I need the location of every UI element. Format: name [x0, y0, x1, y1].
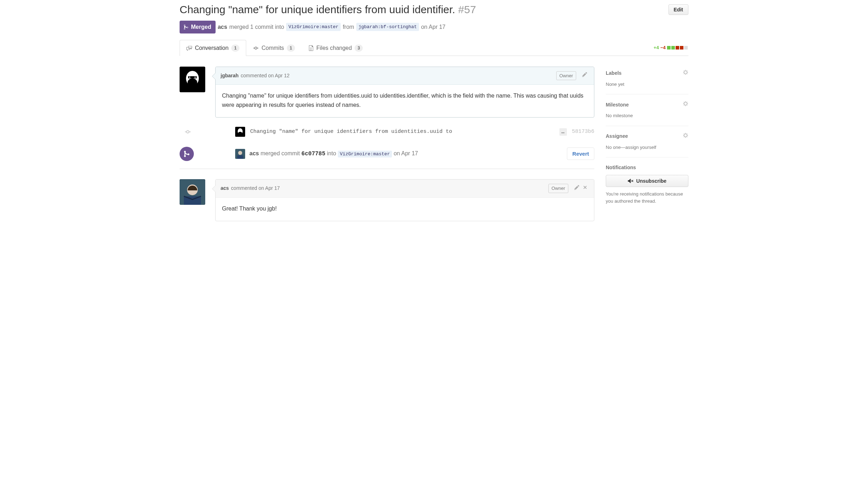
svg-point-8 — [238, 132, 242, 135]
sidebar-labels-value: None yet — [606, 81, 688, 88]
merge-event-into: into — [327, 150, 336, 156]
milestone-gear-icon[interactable] — [683, 101, 688, 109]
sidebar: Labels None yet Milestone No milestone — [606, 67, 688, 215]
sidebar-milestone: Milestone No milestone — [606, 98, 688, 126]
mute-icon — [628, 178, 634, 184]
svg-rect-11 — [237, 155, 243, 159]
x-icon — [583, 185, 588, 190]
comment-author[interactable]: acs — [221, 185, 229, 192]
head-branch-ref[interactable]: jgbarah:bf-sortinghat — [356, 23, 419, 31]
edit-comment-icon[interactable] — [580, 72, 589, 79]
delete-comment-icon[interactable] — [581, 185, 589, 192]
comment-acs: acs commented on Apr 17 Owner Great! Tha… — [180, 179, 594, 221]
comment-discussion-icon — [186, 45, 192, 51]
commit-dot-icon — [185, 129, 191, 135]
commit-message[interactable]: Changing "name" for unique identifiers f… — [250, 128, 554, 136]
commit-author-avatar[interactable] — [235, 127, 245, 137]
merge-middle: from — [343, 23, 354, 31]
sidebar-labels-title: Labels — [606, 69, 621, 77]
merge-prefix: merged 1 commit into — [229, 23, 284, 31]
merge-event: acs merged commit 6c07785 into VizGrimoi… — [180, 147, 594, 160]
diff-additions: +4 — [653, 44, 659, 51]
comment-body: Changing "name" for unique identifiers f… — [216, 85, 594, 117]
unsubscribe-button[interactable]: Unsubscribe — [606, 175, 688, 187]
sidebar-assignee-value[interactable]: No one—assign yourself — [606, 144, 688, 151]
owner-badge: Owner — [556, 71, 576, 80]
comment-header: acs commented on Apr 17 Owner — [216, 180, 594, 198]
state-badge-text: Merged — [191, 23, 211, 31]
merge-event-icon — [180, 147, 194, 161]
sidebar-labels: Labels None yet — [606, 67, 688, 95]
tab-files-count: 3 — [355, 45, 363, 52]
diff-blocks — [667, 46, 688, 50]
edit-button[interactable]: Edit — [668, 4, 688, 15]
owner-badge: Owner — [548, 184, 568, 193]
merge-status-line: Merged acs merged 1 commit into VizGrimo… — [180, 21, 688, 33]
edit-comment-icon[interactable] — [573, 185, 581, 192]
comment-when: commented on Apr 12 — [241, 72, 290, 79]
diff-deletions: −4 — [660, 44, 666, 51]
labels-gear-icon[interactable] — [683, 69, 688, 77]
merge-event-actor[interactable]: acs — [249, 150, 259, 156]
tab-conversation[interactable]: Conversation 1 — [180, 40, 246, 56]
unsubscribe-label: Unsubscribe — [636, 178, 667, 184]
svg-point-2 — [188, 78, 197, 87]
git-merge-icon — [183, 24, 189, 30]
commit-row: Changing "name" for unique identifiers f… — [180, 127, 594, 137]
merge-event-when: on Apr 17 — [394, 150, 418, 156]
sidebar-assignee-title: Assignee — [606, 133, 628, 140]
tab-conversation-label: Conversation — [195, 44, 228, 52]
merge-actor[interactable]: acs — [218, 23, 227, 31]
svg-point-4 — [189, 77, 190, 78]
file-diff-icon — [309, 45, 314, 51]
merge-actor-avatar[interactable] — [235, 149, 245, 159]
svg-point-5 — [195, 77, 196, 78]
pencil-icon — [582, 72, 588, 77]
gear-icon — [683, 69, 688, 75]
base-branch-ref[interactable]: VizGrimoire:master — [286, 23, 340, 31]
comment-author[interactable]: jgbarah — [221, 72, 239, 79]
gear-icon — [683, 101, 688, 107]
comment-body: Great! Thank you jgb! — [216, 198, 594, 221]
tab-commits[interactable]: Commits 1 — [246, 40, 302, 56]
merge-event-base-ref[interactable]: VizGrimoire:master — [338, 151, 392, 157]
gear-icon — [683, 133, 688, 138]
issue-number: #57 — [458, 4, 476, 15]
tab-conversation-count: 1 — [231, 45, 239, 52]
sidebar-milestone-value: No milestone — [606, 112, 688, 119]
sidebar-milestone-title: Milestone — [606, 101, 629, 109]
svg-point-10 — [238, 151, 242, 155]
tab-commits-label: Commits — [262, 44, 284, 52]
timeline-separator — [180, 168, 594, 169]
tab-files-label: Files changed — [316, 44, 352, 52]
merge-when: on Apr 17 — [421, 23, 446, 31]
commit-expand-button[interactable]: … — [559, 128, 567, 136]
sidebar-assignee: Assignee No one—assign yourself — [606, 130, 688, 158]
pr-title-text: Changing "name" for unique identifiers f… — [180, 4, 455, 15]
assignee-gear-icon[interactable] — [683, 133, 688, 140]
avatar-jgbarah[interactable] — [180, 67, 205, 92]
comment-header: jgbarah commented on Apr 12 Owner — [216, 67, 594, 85]
comment-when: commented on Apr 17 — [231, 185, 280, 192]
notifications-reason: You're receiving notifications because y… — [606, 191, 688, 204]
pr-title: Changing "name" for unique identifiers f… — [180, 3, 664, 16]
comment-jgbarah: jgbarah commented on Apr 12 Owner Changi… — [180, 67, 594, 118]
merge-event-prefix: merged commit — [260, 150, 300, 156]
state-badge: Merged — [180, 21, 216, 33]
git-commit-icon — [185, 129, 191, 135]
sidebar-notifications-title: Notifications — [606, 164, 636, 171]
avatar-acs[interactable] — [180, 179, 205, 205]
git-commit-icon — [253, 45, 259, 51]
tab-files-changed[interactable]: Files changed 3 — [302, 40, 370, 56]
commit-sha[interactable]: 58173b6 — [572, 128, 594, 136]
pencil-icon — [574, 185, 580, 190]
merge-event-sha[interactable]: 6c07785 — [301, 151, 325, 157]
pr-tabs: Conversation 1 Commits 1 Files changed 3… — [180, 40, 688, 56]
diffstat: +4 −4 — [653, 44, 688, 51]
tab-commits-count: 1 — [287, 45, 295, 52]
revert-button[interactable]: Revert — [567, 147, 594, 160]
sidebar-notifications: Notifications Unsubscribe You're receivi… — [606, 161, 688, 211]
git-merge-icon — [184, 150, 190, 157]
